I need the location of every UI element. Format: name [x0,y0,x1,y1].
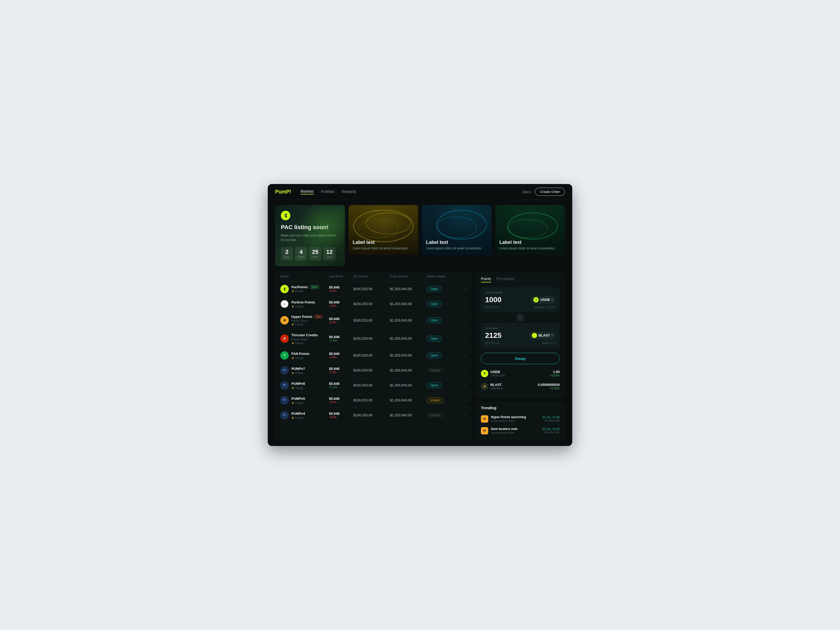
coin-name-pumpv7: PUMPv7 [291,367,305,371]
badge-new-pacpoints: New [310,285,319,289]
points-icon-fan: ⚡ [291,357,294,359]
status-particle: Open [426,301,442,307]
rate-blast-sub: SafeBlast [490,387,503,390]
points-icon-pumpv6: ⚡ [291,387,294,389]
coin-sub-thruster2: Points [295,341,303,345]
promo-card-1[interactable]: Label text Lorem ipsum dolor sit amet co… [349,205,418,266]
trending-time-1: 4h 46m 29s [542,419,560,422]
promo-card-3[interactable]: Label text Lorem ipsum dolor sit amet co… [495,205,565,266]
table-row[interactable]: ✕ Thruster Credits Points, Blast ⚡ Point… [275,330,471,348]
create-order-button[interactable]: Create Order [535,188,565,196]
paying-token-select[interactable]: $ USDB ▾ [531,296,556,304]
table-row[interactable]: f FAN Points ⚡ Points $0.848 -0.5% [275,348,471,363]
coin-info-pacpoints: ₵ PacPoints New ⚡ Points [280,285,329,293]
trending-item-1[interactable]: H Hyper Points launching Lorem ipsum dol… [481,413,560,425]
status-hyper: Open [426,317,442,324]
rate-info-blast: ⚡ BLAST SafeBlast [481,383,503,390]
table-row[interactable]: P! PUMPv4 ⚡ Points $0.848 -0.5% [275,408,471,423]
promo-card-2-label: Label text [426,240,488,245]
receive-row: 2125 ⚡ BLAST ▾ [485,331,556,339]
arrow-hyper: › [456,318,466,323]
paying-balance: Balance: 12,000 [534,306,556,309]
promo-card-2-desc: Lorem ipsum dolor sit amet consectetur. [426,246,488,251]
idvol-hyper: $100,203.00 [353,318,390,322]
coin-info-pumpv5: P! PUMPv5 ⚡ Points [280,396,329,404]
tab-premarket[interactable]: Pre-market [496,277,515,283]
svg-point-4 [437,217,477,238]
status-fan: Open [426,352,442,358]
trending-icon-1: H [481,415,488,423]
bottom-section: Name Last Price ID volume Total volume M… [275,272,565,441]
coin-sub-thruster1: Points, Blast [291,338,307,341]
points-icon-particle: ⚡ [291,305,294,308]
table-row[interactable]: P! PUMPv7 ⚡ Points $0.848 -0.5% [275,363,471,378]
points-icon-hyper: ⚡ [291,323,294,326]
price-particle: $0.848 -0.5% [329,300,354,307]
trending-meta-1: 02 Jun, 21:00 4h 46m 29s [542,415,560,422]
price-thruster: $0.848 +1.5% [329,335,354,342]
coin-info-pumpv7: P! PUMPv7 ⚡ Points [280,366,329,374]
rate-values-blast: 0.0000000034 +0.31% [538,383,560,390]
table-row[interactable]: ₵ PacPoints New ⚡ Points [275,282,471,297]
arrow-pumpv6: › [456,383,466,388]
promo-card-2[interactable]: Label text Lorem ipsum dolor sit amet co… [422,205,492,266]
status-pumpv4: Closed [426,412,444,418]
docs-link[interactable]: Docs [523,190,531,194]
rate-row-usdb: $ USDB USDB Coin 1.00 +0.01% [481,367,560,380]
nav-portfolio[interactable]: Portfolio [321,189,335,194]
price-pacpoints: $0.848 -0.5% [329,285,354,292]
table-row[interactable]: P! PUMPv6 ⚡ Points $0.848 +2.1% [275,378,471,393]
trending-title: Trending [481,406,560,410]
coin-icon-hyper: H [280,316,289,324]
logo-text: PumP! [275,189,291,194]
price-pumpv7: $0.848 -0.5% [329,367,354,374]
trending-icon-2: H [481,427,488,434]
price-pumpv5: $0.848 -0.5% [329,396,354,404]
pac-title: PAC listing soon! [281,224,339,231]
receive-chevron-icon: ▾ [551,334,553,337]
swap-tabs: Points Pre-market [481,277,560,283]
promo-card-3-label: Label text [499,240,561,245]
trending-name-2: Gem busters vote [491,427,540,431]
coin-sub-particle: Points [295,305,303,308]
status-pumpv5: Invalid [426,397,444,403]
coin-name-pumpv6: PUMPv6 [291,382,305,385]
svg-point-3 [437,210,487,239]
nav-markets[interactable]: Markets [300,189,314,194]
receive-token-select[interactable]: ⚡ BLAST ▾ [529,332,556,339]
coin-sub-hyper2: Points [295,323,303,326]
countdown-days: 2 days [281,247,293,261]
countdown-mins: 25 mins [309,247,321,261]
trending-info-2: Gem busters vote Lorem ipsum dolor [491,427,540,434]
th-id-volume: ID volume [353,275,390,278]
trending-item-2[interactable]: H Gem busters vote Lorem ipsum dolor 02 … [481,425,560,437]
totalvol-hyper: $1,203,043.00 [390,318,426,322]
swap-direction-icon[interactable]: ↓ [516,314,524,321]
totalvol-particle: $1,203,043.00 [390,302,426,306]
pac-logo-icon: ₵ [281,211,291,220]
rate-change-usdb: +0.01% [549,374,560,377]
receive-usd: $10,250.10 [485,341,499,344]
status-thruster: Open [426,335,442,342]
receive-balance: Balance: 0 [542,341,556,344]
trending-panel: Trending H Hyper Points launching Lorem … [476,402,565,441]
paying-amount[interactable]: 1000 [485,295,501,304]
coin-name-thruster: Thruster Credits [291,333,318,337]
receive-amount[interactable]: 2125 [485,331,501,339]
rate-row-blast: ⚡ BLAST SafeBlast 0.0000000034 +0.31% [481,380,560,393]
tab-points[interactable]: Points [481,277,491,283]
coin-icon-pumpv5: P! [280,396,289,404]
main-content: ₵ PAC listing soon! Make sure you claim … [268,200,572,446]
coin-icon-fan: f [280,351,289,360]
rate-change-blast: +0.31% [538,387,560,390]
rate-blast-name: BLAST [490,383,503,387]
idvol-pumpv7: $100,203.00 [353,368,390,372]
table-row[interactable]: H Hyper Points Hot Points, Base ⚡ [275,312,471,330]
table-row[interactable]: ○ Particle Points ⚡ Points $0.848 -0.5% [275,297,471,312]
nav-rewards[interactable]: Rewards [342,189,356,194]
totalvol-fan: $1,203,043.00 [390,353,426,357]
promo-card-1-desc: Lorem ipsum dolor sit amet consectetur. [353,246,414,251]
swap-button[interactable]: Swap [481,353,560,364]
table-row[interactable]: P! PUMPv5 ⚡ Points $0.848 -0.5% [275,393,471,408]
arrow-fan: › [456,353,466,358]
